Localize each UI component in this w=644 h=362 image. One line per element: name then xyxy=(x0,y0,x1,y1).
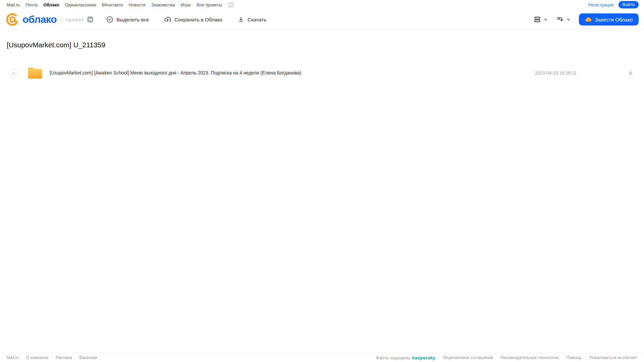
topnav-link-mailru[interactable]: Mail.ru xyxy=(7,2,20,7)
footer: Mail.ru О компании Реклама Вакансии Файл… xyxy=(0,353,644,362)
vk-badge-icon: vk xyxy=(87,16,93,22)
topnav-link-vkontakte[interactable]: ВКонтакте xyxy=(102,2,123,7)
download-label: Скачать xyxy=(248,17,266,22)
projects-grid-icon[interactable] xyxy=(229,2,234,7)
footer-link-help[interactable]: Помощь xyxy=(566,355,582,360)
cloud-upload-icon xyxy=(164,16,171,23)
topnav-link-oblako[interactable]: Облако xyxy=(43,2,59,7)
view-mode-selector[interactable] xyxy=(533,15,548,23)
select-all-label: Выделить все xyxy=(116,17,149,22)
footer-link-ads[interactable]: Реклама xyxy=(56,355,72,360)
login-button[interactable]: Войти xyxy=(618,1,639,8)
topnav-link-novosti[interactable]: Новости xyxy=(129,2,145,7)
row-checkbox[interactable] xyxy=(9,68,18,77)
download-icon xyxy=(237,16,245,23)
file-row[interactable]: [UsupovMarket.com] [Awaken School] Меню … xyxy=(0,63,644,82)
chevron-down-icon xyxy=(543,17,548,22)
cloud-logo[interactable]: облако | проект vk xyxy=(5,12,106,27)
sort-icon xyxy=(556,15,564,23)
topnav-link-pochta[interactable]: Почта xyxy=(26,2,38,7)
save-to-cloud-label: Сохранить в Облако xyxy=(175,17,222,22)
footer-link-mailru[interactable]: Mail.ru xyxy=(7,355,19,360)
folder-icon xyxy=(28,66,43,79)
footer-link-license[interactable]: Лицензионное соглашение xyxy=(443,355,493,360)
file-list: [UsupovMarket.com] [Awaken School] Меню … xyxy=(0,63,644,82)
topnav-link-znakomstva[interactable]: Знакомства xyxy=(151,2,175,7)
footer-link-report-content[interactable]: Пожаловаться на контент xyxy=(589,355,637,360)
main-content: [UsupovMarket.com] U_211359 xyxy=(0,41,644,82)
select-all-button[interactable]: Выделить все xyxy=(106,16,149,23)
toolbar: Выделить все Сохранить в Облако Скача xyxy=(106,16,266,23)
registration-link[interactable]: Регистрация xyxy=(588,2,614,7)
footer-link-about[interactable]: О компании xyxy=(26,355,48,360)
topnav-link-vse-proekty[interactable]: Все проекты xyxy=(197,2,222,7)
page-title: [UsupovMarket.com] U_211359 xyxy=(7,41,644,49)
header-right-controls: Завести Облако xyxy=(533,13,639,25)
mailru-at-icon xyxy=(5,12,19,27)
footer-link-recommendation-tech[interactable]: Рекомендательные технологии xyxy=(501,355,559,360)
logo-project-label: проект xyxy=(65,17,84,22)
kaspersky-logo[interactable]: kaspersky xyxy=(412,355,435,360)
download-button[interactable]: Скачать xyxy=(237,16,266,23)
topnav-link-igry[interactable]: Игры xyxy=(181,2,191,7)
footer-left-links: Mail.ru О компании Реклама Вакансии xyxy=(7,355,97,360)
kaspersky-protection: Файлы защищены kaspersky xyxy=(376,355,436,360)
row-download-icon[interactable] xyxy=(627,69,634,76)
footer-right-links: Файлы защищены kaspersky Лицензионное со… xyxy=(376,355,637,360)
sort-selector[interactable] xyxy=(556,15,571,23)
topnav-link-odnoklassniki[interactable]: Одноклассники xyxy=(65,2,96,7)
get-cloud-label: Завести Облако xyxy=(595,17,633,22)
cloud-icon xyxy=(585,17,592,22)
list-view-icon xyxy=(533,15,541,23)
header: облако | проект vk Выделить все xyxy=(0,9,644,30)
protected-label: Файлы защищены xyxy=(376,356,410,360)
chevron-down-icon xyxy=(566,17,571,22)
file-name[interactable]: [UsupovMarket.com] [Awaken School] Меню … xyxy=(50,70,301,75)
mailru-cloud-public-page: Mail.ru Почта Облако Одноклассники ВКонт… xyxy=(0,0,644,362)
save-to-cloud-button[interactable]: Сохранить в Облако xyxy=(164,16,222,23)
get-cloud-button[interactable]: Завести Облако xyxy=(579,13,639,25)
topnav: Mail.ru Почта Облако Одноклассники ВКонт… xyxy=(0,0,644,9)
footer-link-jobs[interactable]: Вакансии xyxy=(79,355,97,360)
logo-divider: | xyxy=(61,16,63,23)
file-date: 2023-04-23 16:26:11 xyxy=(535,70,577,75)
logo-text: облако xyxy=(22,14,57,25)
topnav-auth: Регистрация Войти xyxy=(588,1,639,8)
check-circle-icon xyxy=(106,16,113,23)
topnav-links: Mail.ru Почта Облако Одноклассники ВКонт… xyxy=(7,2,234,7)
